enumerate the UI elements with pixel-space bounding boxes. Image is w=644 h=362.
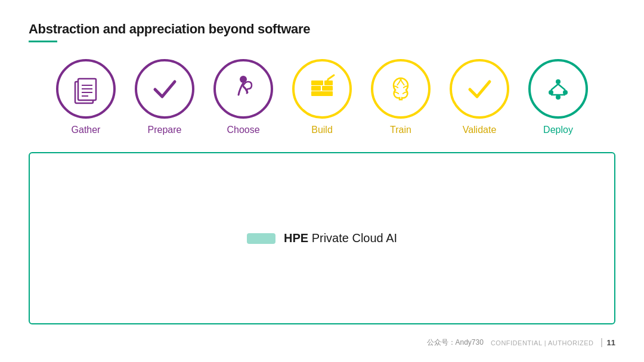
step-choose: Choose [213,59,273,135]
step-label-train: Train [390,125,411,135]
svg-point-15 [556,79,561,84]
step-circle-validate [450,59,509,119]
legend-color-icon [247,233,275,244]
step-circle-prepare [135,59,194,119]
slide: Abstraction and appreciation beyond soft… [0,0,644,362]
step-circle-choose [213,59,273,119]
step-label-prepare: Prepare [148,125,182,135]
step-prepare: Prepare [135,59,194,135]
step-label-deploy: Deploy [543,125,573,135]
step-label-validate: Validate [463,125,497,135]
validate-icon [464,73,495,104]
svg-rect-11 [311,81,323,85]
step-train: Train [371,59,431,135]
gather-icon [70,73,101,104]
svg-rect-10 [322,86,333,91]
build-icon [306,73,338,104]
legend-box: HPE Private Cloud AI [29,152,615,324]
step-label-gather: Gather [72,125,101,135]
train-icon [385,73,416,104]
svg-point-7 [246,92,248,94]
svg-rect-9 [311,86,321,91]
deploy-icon [543,73,574,104]
legend-text: HPE Private Cloud AI [284,231,397,245]
footer-page: 11 [601,338,615,347]
steps-row: Gather Prepare [29,59,615,135]
svg-line-13 [328,75,334,79]
title-underline [29,41,57,42]
step-circle-train [371,59,431,119]
slide-title: Abstraction and appreciation beyond soft… [29,21,615,37]
footer: 公众号：Andy730 CONFIDENTIAL | AUTHORIZED 11 [29,334,615,348]
svg-rect-8 [311,91,333,96]
step-circle-build [292,59,352,119]
footer-watermark: 公众号：Andy730 [427,338,484,348]
legend-content: HPE Private Cloud AI [247,231,397,245]
step-circle-deploy [528,59,588,119]
legend-rest: Private Cloud AI [308,231,397,245]
step-circle-gather [56,59,116,119]
footer-confidential: CONFIDENTIAL | AUTHORIZED [491,339,594,346]
svg-line-20 [558,84,565,90]
svg-line-19 [551,84,558,90]
step-label-build: Build [311,125,333,135]
step-gather: Gather [56,59,116,135]
legend-bold: HPE [284,231,308,245]
step-deploy: Deploy [528,59,588,135]
choose-icon [228,73,259,104]
prepare-icon [149,73,180,104]
step-label-choose: Choose [227,125,259,135]
step-validate: Validate [450,59,509,135]
step-build: Build [292,59,352,135]
